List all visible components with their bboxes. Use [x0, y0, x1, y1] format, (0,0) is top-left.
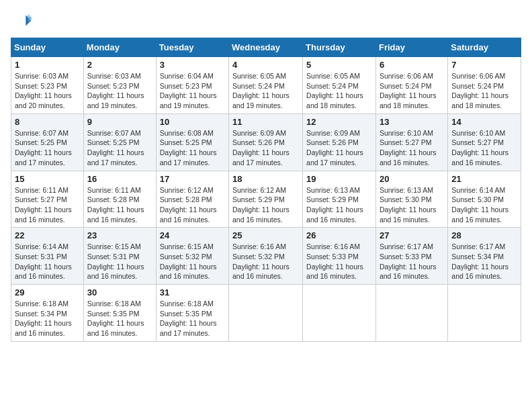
day-number: 12: [306, 117, 372, 127]
calendar-cell: 24 Sunrise: 6:15 AMSunset: 5:32 PMDaylig…: [156, 228, 228, 285]
day-number: 8: [15, 117, 80, 127]
column-header-monday: Monday: [83, 38, 156, 57]
day-info: Sunrise: 6:05 AMSunset: 5:24 PMDaylight:…: [306, 72, 363, 109]
calendar-cell: 28 Sunrise: 6:17 AMSunset: 5:34 PMDaylig…: [448, 228, 521, 285]
day-info: Sunrise: 6:12 AMSunset: 5:28 PMDaylight:…: [160, 186, 217, 224]
calendar-cell: 23 Sunrise: 6:15 AMSunset: 5:31 PMDaylig…: [83, 228, 156, 285]
day-number: 27: [380, 230, 444, 240]
day-info: Sunrise: 6:10 AMSunset: 5:27 PMDaylight:…: [451, 129, 508, 167]
day-info: Sunrise: 6:17 AMSunset: 5:33 PMDaylight:…: [380, 242, 437, 280]
calendar-cell: 3 Sunrise: 6:04 AMSunset: 5:23 PMDayligh…: [156, 57, 228, 114]
day-number: 5: [306, 60, 372, 70]
page-header: [11, 11, 521, 32]
column-header-friday: Friday: [375, 38, 447, 57]
calendar-cell: 29 Sunrise: 6:18 AMSunset: 5:34 PMDaylig…: [11, 285, 84, 342]
calendar-cell: 25 Sunrise: 6:16 AMSunset: 5:32 PMDaylig…: [229, 228, 303, 285]
logo-icon: [11, 11, 32, 32]
calendar-cell: 30 Sunrise: 6:18 AMSunset: 5:35 PMDaylig…: [83, 285, 156, 342]
day-number: 4: [232, 60, 299, 70]
calendar-week-row: 29 Sunrise: 6:18 AMSunset: 5:34 PMDaylig…: [11, 285, 521, 342]
day-number: 28: [451, 230, 517, 240]
day-info: Sunrise: 6:15 AMSunset: 5:31 PMDaylight:…: [87, 242, 144, 280]
calendar-cell: [375, 285, 447, 342]
day-number: 23: [87, 230, 152, 240]
day-info: Sunrise: 6:11 AMSunset: 5:27 PMDaylight:…: [15, 186, 72, 224]
calendar-cell: 22 Sunrise: 6:14 AMSunset: 5:31 PMDaylig…: [11, 228, 84, 285]
calendar-cell: 11 Sunrise: 6:09 AMSunset: 5:26 PMDaylig…: [229, 113, 303, 171]
day-number: 26: [306, 230, 372, 240]
day-info: Sunrise: 6:03 AMSunset: 5:23 PMDaylight:…: [15, 72, 72, 109]
calendar-cell: 1 Sunrise: 6:03 AMSunset: 5:23 PMDayligh…: [11, 57, 84, 114]
calendar-cell: 15 Sunrise: 6:11 AMSunset: 5:27 PMDaylig…: [11, 171, 84, 228]
calendar-cell: 21 Sunrise: 6:14 AMSunset: 5:30 PMDaylig…: [448, 171, 521, 228]
column-header-sunday: Sunday: [11, 38, 84, 57]
day-info: Sunrise: 6:16 AMSunset: 5:32 PMDaylight:…: [232, 242, 290, 280]
calendar-cell: [448, 285, 521, 342]
day-info: Sunrise: 6:06 AMSunset: 5:24 PMDaylight:…: [380, 72, 437, 109]
day-info: Sunrise: 6:04 AMSunset: 5:23 PMDaylight:…: [160, 72, 217, 109]
calendar-cell: 19 Sunrise: 6:13 AMSunset: 5:29 PMDaylig…: [303, 171, 376, 228]
calendar-cell: 16 Sunrise: 6:11 AMSunset: 5:28 PMDaylig…: [83, 171, 156, 228]
day-info: Sunrise: 6:14 AMSunset: 5:30 PMDaylight:…: [451, 186, 508, 224]
day-info: Sunrise: 6:06 AMSunset: 5:24 PMDaylight:…: [451, 72, 508, 109]
day-number: 29: [15, 287, 80, 298]
day-number: 16: [87, 174, 152, 184]
calendar-cell: 2 Sunrise: 6:03 AMSunset: 5:23 PMDayligh…: [83, 57, 156, 114]
day-number: 9: [87, 117, 152, 127]
day-info: Sunrise: 6:14 AMSunset: 5:31 PMDaylight:…: [15, 242, 72, 280]
day-info: Sunrise: 6:05 AMSunset: 5:24 PMDaylight:…: [232, 72, 290, 109]
day-info: Sunrise: 6:11 AMSunset: 5:28 PMDaylight:…: [87, 186, 144, 224]
day-info: Sunrise: 6:09 AMSunset: 5:26 PMDaylight:…: [306, 129, 363, 167]
calendar-cell: 9 Sunrise: 6:07 AMSunset: 5:25 PMDayligh…: [83, 113, 156, 171]
calendar-cell: 18 Sunrise: 6:12 AMSunset: 5:29 PMDaylig…: [229, 171, 303, 228]
day-number: 14: [451, 117, 517, 127]
column-header-saturday: Saturday: [448, 38, 521, 57]
day-number: 20: [380, 174, 444, 184]
column-header-thursday: Thursday: [303, 38, 376, 57]
day-info: Sunrise: 6:07 AMSunset: 5:25 PMDaylight:…: [87, 129, 144, 167]
day-info: Sunrise: 6:12 AMSunset: 5:29 PMDaylight:…: [232, 186, 290, 224]
logo: [11, 11, 35, 32]
day-info: Sunrise: 6:18 AMSunset: 5:34 PMDaylight:…: [15, 300, 72, 337]
calendar-cell: 10 Sunrise: 6:08 AMSunset: 5:25 PMDaylig…: [156, 113, 228, 171]
day-info: Sunrise: 6:07 AMSunset: 5:25 PMDaylight:…: [15, 129, 72, 167]
day-info: Sunrise: 6:18 AMSunset: 5:35 PMDaylight:…: [160, 300, 217, 337]
calendar-week-row: 8 Sunrise: 6:07 AMSunset: 5:25 PMDayligh…: [11, 113, 521, 171]
day-number: 17: [160, 174, 225, 184]
calendar-cell: 13 Sunrise: 6:10 AMSunset: 5:27 PMDaylig…: [375, 113, 447, 171]
day-info: Sunrise: 6:10 AMSunset: 5:27 PMDaylight:…: [380, 129, 437, 167]
day-number: 2: [87, 60, 152, 70]
calendar-cell: 17 Sunrise: 6:12 AMSunset: 5:28 PMDaylig…: [156, 171, 228, 228]
day-number: 31: [160, 287, 225, 298]
calendar-header-row: SundayMondayTuesdayWednesdayThursdayFrid…: [11, 38, 521, 57]
calendar-cell: 4 Sunrise: 6:05 AMSunset: 5:24 PMDayligh…: [229, 57, 303, 114]
calendar-cell: 12 Sunrise: 6:09 AMSunset: 5:26 PMDaylig…: [303, 113, 376, 171]
day-number: 19: [306, 174, 372, 184]
day-number: 24: [160, 230, 225, 240]
day-info: Sunrise: 6:16 AMSunset: 5:33 PMDaylight:…: [306, 242, 363, 280]
day-number: 3: [160, 60, 225, 70]
day-number: 7: [451, 60, 517, 70]
day-number: 6: [380, 60, 444, 70]
day-info: Sunrise: 6:13 AMSunset: 5:29 PMDaylight:…: [306, 186, 363, 224]
day-number: 15: [15, 174, 80, 184]
calendar-cell: 5 Sunrise: 6:05 AMSunset: 5:24 PMDayligh…: [303, 57, 376, 114]
calendar-week-row: 15 Sunrise: 6:11 AMSunset: 5:27 PMDaylig…: [11, 171, 521, 228]
calendar-cell: [303, 285, 376, 342]
day-number: 11: [232, 117, 299, 127]
day-number: 25: [232, 230, 299, 240]
column-header-wednesday: Wednesday: [229, 38, 303, 57]
calendar-week-row: 22 Sunrise: 6:14 AMSunset: 5:31 PMDaylig…: [11, 228, 521, 285]
day-info: Sunrise: 6:18 AMSunset: 5:35 PMDaylight:…: [87, 300, 144, 337]
calendar-week-row: 1 Sunrise: 6:03 AMSunset: 5:23 PMDayligh…: [11, 57, 521, 114]
calendar-cell: 14 Sunrise: 6:10 AMSunset: 5:27 PMDaylig…: [448, 113, 521, 171]
day-number: 10: [160, 117, 225, 127]
calendar-cell: 8 Sunrise: 6:07 AMSunset: 5:25 PMDayligh…: [11, 113, 84, 171]
day-number: 22: [15, 230, 80, 240]
day-number: 21: [451, 174, 517, 184]
day-number: 13: [380, 117, 444, 127]
day-info: Sunrise: 6:03 AMSunset: 5:23 PMDaylight:…: [87, 72, 144, 109]
calendar-cell: 20 Sunrise: 6:13 AMSunset: 5:30 PMDaylig…: [375, 171, 447, 228]
calendar-cell: 6 Sunrise: 6:06 AMSunset: 5:24 PMDayligh…: [375, 57, 447, 114]
day-info: Sunrise: 6:08 AMSunset: 5:25 PMDaylight:…: [160, 129, 217, 167]
